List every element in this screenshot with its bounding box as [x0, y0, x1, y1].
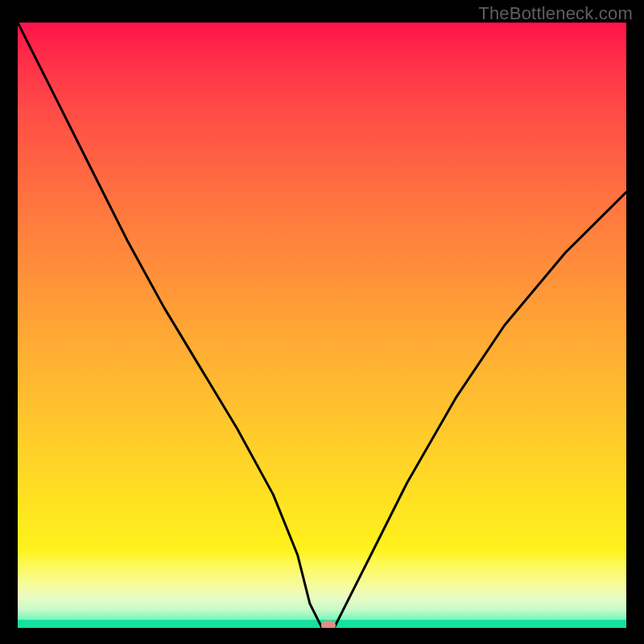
optimum-marker [321, 621, 336, 628]
chart-container: TheBottleneck.com [0, 0, 644, 644]
plot-area [18, 23, 626, 628]
bottleneck-curve [18, 23, 626, 628]
plot-frame [18, 23, 626, 628]
watermark-text: TheBottleneck.com [478, 3, 633, 24]
